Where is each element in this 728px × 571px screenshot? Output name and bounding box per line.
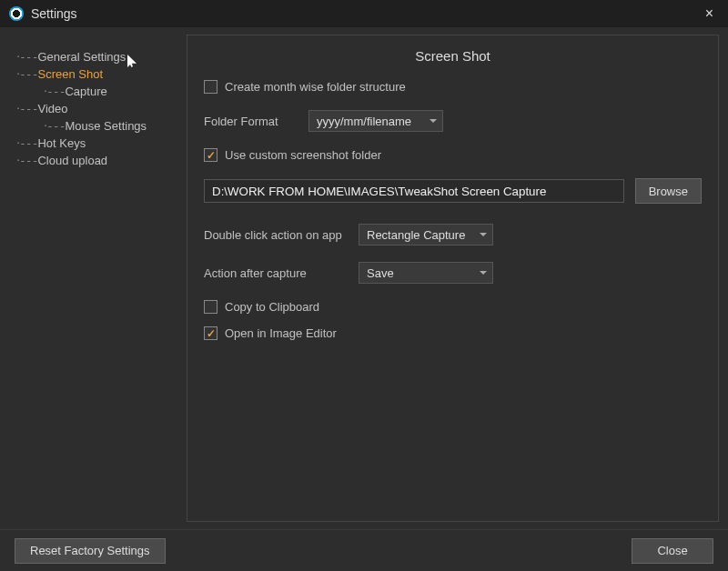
tree-branch-icon: ‧--- (44, 85, 65, 98)
after-capture-value: Save (367, 266, 394, 280)
app-icon (9, 6, 24, 21)
double-click-value: Rectangle Capture (367, 228, 465, 242)
sidebar: ‧--- General Settings ‧--- Screen Shot ‧… (0, 27, 187, 529)
settings-panel: Screen Shot Create month wise folder str… (187, 35, 719, 522)
tree-branch-icon: ‧--- (16, 67, 37, 81)
close-button[interactable]: Close (632, 538, 713, 564)
double-click-label: Double click action on app (204, 228, 359, 242)
open-editor-label: Open in Image Editor (225, 326, 337, 340)
double-click-select[interactable]: Rectangle Capture (359, 224, 493, 245)
footer: Reset Factory Settings Close (0, 529, 728, 571)
use-custom-folder-label: Use custom screenshot folder (225, 148, 381, 162)
sidebar-item-mouse-settings[interactable]: ‧--- Mouse Settings (16, 119, 177, 133)
tree-branch-icon: ‧--- (16, 50, 37, 64)
folder-path-input[interactable] (204, 179, 624, 203)
create-month-folder-label: Create month wise folder structure (225, 80, 406, 94)
sidebar-item-cloud-upload[interactable]: ‧--- Cloud upload (16, 154, 177, 167)
chevron-down-icon (430, 119, 437, 123)
titlebar: Settings × (0, 0, 728, 27)
sidebar-item-general-settings[interactable]: ‧--- General Settings (16, 50, 177, 64)
sidebar-item-video[interactable]: ‧--- Video (16, 102, 177, 115)
copy-clipboard-label: Copy to Clipboard (225, 300, 319, 314)
sidebar-item-label: Cloud upload (37, 154, 107, 167)
after-capture-label: Action after capture (204, 266, 359, 280)
copy-clipboard-checkbox[interactable] (204, 300, 217, 314)
sidebar-item-label: Hot Keys (37, 136, 86, 150)
folder-format-select[interactable]: yyyy/mm/filename (308, 110, 443, 132)
tree-branch-icon: ‧--- (16, 136, 37, 150)
sidebar-item-capture[interactable]: ‧--- Capture (16, 85, 177, 98)
create-month-folder-checkbox[interactable] (204, 80, 217, 94)
folder-format-label: Folder Format (204, 115, 308, 128)
sidebar-item-label: Mouse Settings (65, 119, 147, 133)
window-title: Settings (31, 6, 77, 21)
tree-branch-icon: ‧--- (44, 119, 65, 133)
sidebar-item-hot-keys[interactable]: ‧--- Hot Keys (16, 136, 177, 150)
chevron-down-icon (480, 271, 487, 275)
reset-factory-button[interactable]: Reset Factory Settings (15, 538, 166, 564)
open-editor-checkbox[interactable] (204, 326, 217, 340)
close-icon[interactable]: × (700, 4, 719, 24)
sidebar-item-label: Video (37, 102, 67, 115)
sidebar-item-label: General Settings (37, 50, 126, 64)
use-custom-folder-checkbox[interactable] (204, 148, 217, 162)
chevron-down-icon (480, 233, 487, 236)
folder-format-value: yyyy/mm/filename (317, 115, 411, 128)
after-capture-select[interactable]: Save (359, 262, 493, 284)
tree-branch-icon: ‧--- (16, 102, 37, 115)
sidebar-item-screen-shot[interactable]: ‧--- Screen Shot (16, 67, 177, 81)
sidebar-item-label: Capture (65, 85, 106, 98)
sidebar-item-label: Screen Shot (37, 67, 103, 81)
panel-title: Screen Shot (187, 35, 718, 80)
tree-branch-icon: ‧--- (16, 154, 37, 167)
browse-button[interactable]: Browse (635, 178, 702, 204)
